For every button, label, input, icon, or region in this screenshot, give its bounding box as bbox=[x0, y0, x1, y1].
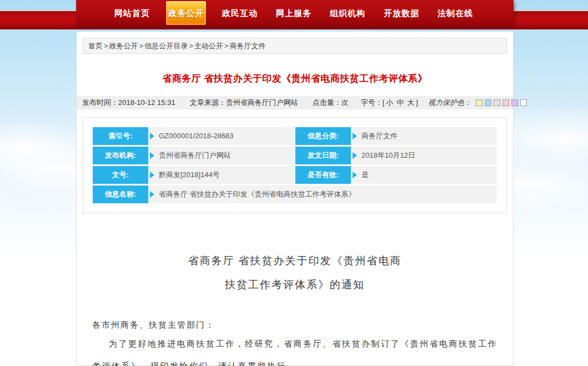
article-source-label: 文章来源： bbox=[190, 98, 226, 107]
info-label-text: 信息分类: bbox=[308, 132, 339, 140]
font-size-small-button[interactable]: 小 bbox=[386, 98, 393, 107]
breadcrumb-separator: > bbox=[224, 42, 229, 50]
info-label-doc-number: 文号: bbox=[93, 166, 148, 184]
article-meta-bar: 发布时间：2018-10-12 15:31 文章来源：贵州省商务厅门户网站 点击… bbox=[77, 96, 513, 109]
eye-protect-label: 视力保护色： bbox=[428, 98, 471, 108]
font-size-bracket: ] bbox=[416, 98, 418, 107]
nav-item-online-services[interactable]: 网上服务 bbox=[276, 0, 311, 26]
info-value-publisher: 贵州省商务厅门户网站 bbox=[148, 147, 295, 164]
font-size-bracket: [ bbox=[383, 98, 385, 107]
breadcrumb-dept-documents[interactable]: 商务厅文件 bbox=[229, 42, 265, 50]
info-label-validity: 是否有效: bbox=[295, 166, 351, 184]
info-label-issue-date: 发文日期: bbox=[295, 147, 351, 164]
page-title: 省商务厅 省扶贫办关于印发《贵州省电商扶贫工作考评体系》 bbox=[77, 72, 513, 85]
breadcrumb-separator: > bbox=[139, 42, 144, 50]
breadcrumb-separator: > bbox=[189, 42, 193, 50]
document-info-table: 索引号: GZ000001/2018-28683 信息分类: 商务厅文件 发布机… bbox=[93, 127, 497, 203]
info-value-doc-number: 黔商发[2018]144号 bbox=[148, 166, 295, 184]
publish-time-value: 2018-10-12 15:31 bbox=[118, 98, 175, 107]
font-size-label: 字号： bbox=[361, 98, 383, 107]
info-label-info-category: 信息分类: bbox=[295, 127, 351, 145]
click-count-label: 点击量： bbox=[313, 98, 341, 107]
info-label-text: 发布机构: bbox=[105, 151, 136, 159]
breadcrumb-info-catalog[interactable]: 信息公开目录 bbox=[144, 42, 188, 50]
content-panel: 首页>政务公开>信息公开目录>主动公开>商务厅文件 省商务厅 省扶贫办关于印发《… bbox=[76, 32, 514, 366]
info-label-text: 是否有效: bbox=[308, 171, 339, 179]
document-salutation: 各市州商务、扶贫主管部门： bbox=[92, 320, 497, 330]
eye-protect-swatches bbox=[474, 99, 527, 106]
eye-color-swatch-blue[interactable] bbox=[485, 99, 491, 106]
breadcrumb-home[interactable]: 首页 bbox=[88, 42, 103, 50]
nav-item-legal-online[interactable]: 法制在线 bbox=[438, 0, 473, 26]
info-label-text: 文号: bbox=[112, 171, 129, 179]
nav-item-gov-disclosure[interactable]: 政务公开 bbox=[166, 1, 206, 25]
eye-color-swatch-gray[interactable] bbox=[494, 99, 500, 106]
info-label-text: 索引号: bbox=[108, 132, 132, 140]
publish-time: 发布时间：2018-10-12 15:31 bbox=[82, 98, 175, 108]
info-label-index-number: 索引号: bbox=[93, 127, 148, 145]
eye-color-swatch-pink[interactable] bbox=[502, 99, 509, 106]
nav-item-organization[interactable]: 组织机构 bbox=[330, 0, 365, 26]
breadcrumb: 首页>政务公开>信息公开目录>主动公开>商务厅文件 bbox=[83, 38, 507, 54]
info-value-info-category: 商务厅文件 bbox=[351, 127, 497, 145]
info-value-issue-date: 2018年10月12日 bbox=[351, 147, 497, 164]
nav-item-open-data[interactable]: 开放数据 bbox=[384, 0, 419, 26]
eye-color-swatch-white[interactable] bbox=[520, 99, 527, 106]
arrow-right-icon bbox=[150, 172, 154, 178]
nav-item-public-interaction[interactable]: 政民互动 bbox=[222, 0, 258, 26]
info-value-validity: 是 bbox=[351, 166, 497, 184]
font-size-medium-button[interactable]: 中 bbox=[396, 98, 404, 107]
arrow-right-icon bbox=[150, 152, 154, 159]
breadcrumb-proactive-disclosure[interactable]: 主动公开 bbox=[194, 42, 223, 50]
arrow-right-icon bbox=[150, 133, 154, 139]
eye-color-swatch-yellow[interactable] bbox=[476, 99, 483, 106]
arrow-right-icon bbox=[150, 191, 154, 198]
publish-time-label: 发布时间： bbox=[82, 98, 118, 107]
click-count: 点击量：次 bbox=[313, 98, 349, 108]
click-count-value: 次 bbox=[341, 98, 349, 107]
document-body: 省商务厅 省扶贫办关于印发《贵州省电商 扶贫工作考评体系》的通知 各市州商务、扶… bbox=[77, 213, 513, 366]
document-info-box: 索引号: GZ000001/2018-28683 信息分类: 商务厅文件 发布机… bbox=[83, 117, 507, 213]
document-title-line1: 省商务厅 省扶贫办关于印发《贵州省电商 bbox=[92, 249, 497, 273]
font-size-large-button[interactable]: 大 bbox=[407, 98, 414, 107]
info-label-publisher: 发布机构: bbox=[93, 147, 148, 164]
info-value-info-name: 省商务厅 省扶贫办关于印发《贵州省电商扶贫工作考评体系》 bbox=[148, 185, 497, 203]
info-label-info-name: 信息名称: bbox=[93, 185, 148, 203]
breadcrumb-separator: > bbox=[104, 42, 108, 50]
info-label-text: 信息名称: bbox=[105, 190, 136, 198]
arrow-right-icon bbox=[353, 133, 357, 139]
document-paragraph: 为了更好地推进电商扶贫工作，经研究，省商务厅、省扶贫办制订了《贵州省电商扶贫工作… bbox=[92, 333, 497, 366]
eye-color-swatch-purple[interactable] bbox=[511, 99, 518, 106]
article-source: 文章来源：贵州省商务厅门户网站 bbox=[190, 98, 298, 108]
info-label-text: 发文日期: bbox=[308, 151, 339, 159]
arrow-right-icon bbox=[353, 172, 357, 178]
article-source-value: 贵州省商务厅门户网站 bbox=[226, 98, 298, 107]
nav-item-home[interactable]: 网站首页 bbox=[114, 0, 150, 26]
document-title-line2: 扶贫工作考评体系》的通知 bbox=[92, 273, 497, 297]
font-size-control: 字号：[小中大] bbox=[361, 98, 418, 108]
arrow-right-icon bbox=[353, 152, 357, 159]
main-navigation: 网站首页 政务公开 政民互动 网上服务 组织机构 开放数据 法制在线 bbox=[76, 0, 514, 26]
info-value-index-number: GZ000001/2018-28683 bbox=[148, 127, 295, 145]
breadcrumb-gov-disclosure[interactable]: 政务公开 bbox=[109, 42, 138, 50]
